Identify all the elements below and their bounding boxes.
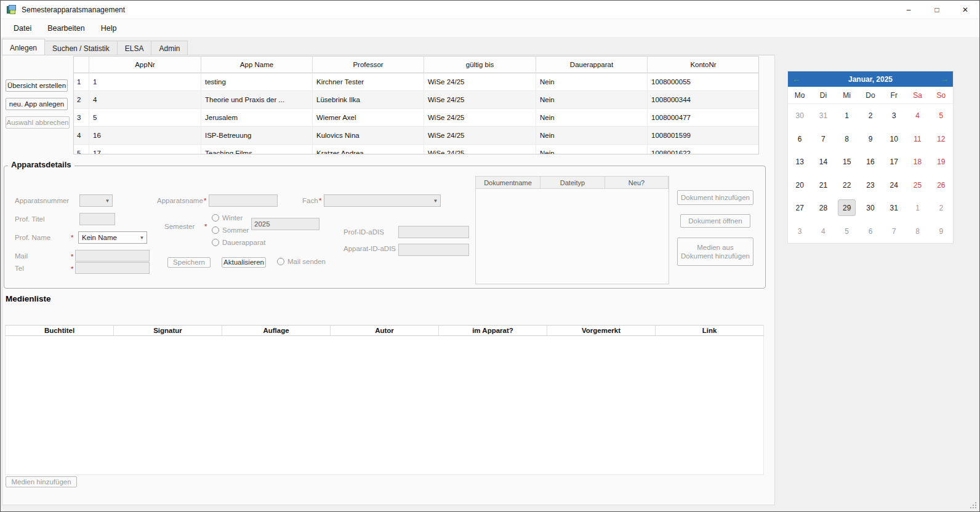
calendar-day[interactable]: 11 bbox=[906, 127, 929, 151]
mail-label: Mail bbox=[15, 252, 28, 260]
speichern-button[interactable]: Speichern bbox=[167, 257, 211, 268]
calendar-day[interactable]: 15 bbox=[835, 150, 859, 174]
apparatsname-input[interactable] bbox=[209, 194, 278, 207]
calendar-day[interactable]: 2 bbox=[930, 196, 953, 220]
cell: Theorie und Praxis der ... bbox=[201, 91, 313, 108]
table-row[interactable]: 24Theorie und Praxis der ...Lüsebrink Il… bbox=[74, 91, 758, 109]
prof-titel-label: Prof. Titel bbox=[15, 215, 45, 223]
calendar-day[interactable]: 31 bbox=[811, 104, 835, 127]
dokument-offnen-button[interactable]: Dokument öffnen bbox=[680, 214, 750, 228]
calendar-day[interactable]: 6 bbox=[788, 127, 811, 151]
calendar-day[interactable]: 13 bbox=[788, 150, 811, 174]
winter-radio-label: Winter bbox=[222, 214, 243, 222]
fach-combobox[interactable]: ▼ bbox=[324, 194, 441, 207]
medien-aus-dokument-hinzufugen-button[interactable]: Medien aus Dokument hinzufügen bbox=[677, 238, 753, 266]
calendar-day[interactable]: 1 bbox=[835, 104, 859, 127]
winter-radio[interactable]: Winter bbox=[212, 214, 243, 222]
menu-item-datei[interactable]: Datei bbox=[6, 20, 39, 36]
calendar-day[interactable]: 31 bbox=[882, 196, 906, 220]
table-row[interactable]: 35JerusalemWiemer AxelWiSe 24/25Nein1008… bbox=[74, 109, 758, 127]
calendar-day-selected[interactable]: 29 bbox=[835, 196, 859, 220]
calendar-day[interactable]: 18 bbox=[906, 150, 929, 174]
neu-app-anlegen-button[interactable]: neu. App anlegen bbox=[6, 98, 68, 110]
prof-id-adis-input[interactable] bbox=[398, 226, 469, 238]
calendar-day[interactable]: 17 bbox=[882, 150, 906, 174]
calendar-day[interactable]: 9 bbox=[930, 220, 953, 243]
calendar-next-month-button[interactable]: → bbox=[939, 74, 950, 84]
apparat-id-adis-label: Apparat-ID-aDIS bbox=[343, 245, 396, 252]
dauerapparat-radio[interactable]: Dauerapparat bbox=[212, 239, 265, 246]
aktualisieren-button[interactable]: Aktualisieren bbox=[222, 257, 266, 268]
tab-anlegen[interactable]: Anlegen bbox=[2, 39, 45, 55]
calendar-day[interactable]: 3 bbox=[788, 220, 811, 243]
calendar-day-number: 4 bbox=[909, 107, 926, 124]
calendar-day[interactable]: 12 bbox=[930, 127, 953, 151]
calendar-day-number: 11 bbox=[909, 130, 926, 147]
menu-item-help[interactable]: Help bbox=[93, 20, 125, 36]
tel-input[interactable] bbox=[75, 262, 150, 274]
calendar-day[interactable]: 20 bbox=[788, 174, 811, 197]
apparatsnummer-combobox[interactable]: ▼ bbox=[79, 194, 113, 207]
calendar-day[interactable]: 14 bbox=[811, 150, 835, 174]
table-row[interactable]: 517Teaching FilmsKratzer AndreaWiSe 24/2… bbox=[74, 145, 758, 154]
tab-admin[interactable]: Admin bbox=[151, 41, 188, 55]
calendar-day[interactable]: 7 bbox=[882, 220, 906, 243]
calendar-day[interactable]: 22 bbox=[835, 174, 859, 197]
calendar-day[interactable]: 24 bbox=[882, 174, 906, 197]
mail-senden-checkbox[interactable]: Mail senden bbox=[277, 258, 326, 265]
calendar-day-number: 6 bbox=[791, 130, 809, 147]
calendar-day[interactable]: 3 bbox=[882, 104, 906, 127]
calendar-prev-month-button[interactable]: ← bbox=[791, 74, 801, 84]
calendar-day[interactable]: 30 bbox=[788, 104, 811, 127]
calendar-day[interactable]: 25 bbox=[906, 174, 929, 197]
cell: 1 bbox=[74, 73, 89, 90]
calendar-day[interactable]: 1 bbox=[906, 196, 929, 220]
calendar-day[interactable]: 28 bbox=[811, 196, 835, 220]
calendar-day[interactable]: 26 bbox=[930, 174, 953, 197]
medien-hinzufuegen-button[interactable]: Medien hinzufügen bbox=[6, 476, 77, 487]
table-row[interactable]: 416ISP-BetreuungKulovics NinaWiSe 24/25N… bbox=[74, 127, 758, 145]
media-table-header: BuchtitelSignaturAuflageAutorim Apparat?… bbox=[5, 325, 764, 336]
calendar-day[interactable]: 9 bbox=[859, 127, 882, 151]
calendar-day[interactable]: 21 bbox=[811, 174, 835, 197]
cell: Nein bbox=[536, 127, 648, 144]
maximize-button[interactable]: □ bbox=[923, 1, 951, 18]
sommer-radio[interactable]: Sommer bbox=[212, 226, 249, 234]
calendar-day-number: 4 bbox=[814, 223, 832, 239]
calendar-day[interactable]: 30 bbox=[859, 196, 882, 220]
prof-titel-input[interactable] bbox=[79, 213, 115, 225]
calendar-day[interactable]: 4 bbox=[906, 104, 929, 127]
calendar-day[interactable]: 4 bbox=[811, 220, 835, 243]
resize-grip-icon[interactable] bbox=[975, 507, 976, 508]
calendar-day[interactable]: 2 bbox=[859, 104, 882, 127]
calendar-day[interactable]: 8 bbox=[835, 127, 859, 151]
ubersicht-erstellen-button[interactable]: Übersicht erstellen bbox=[6, 79, 68, 92]
tab-suchen-statistik[interactable]: Suchen / Statistik bbox=[44, 41, 118, 55]
cell: Nein bbox=[536, 73, 648, 90]
semester-year-input[interactable] bbox=[251, 218, 319, 230]
dokument-hinzufugen-button[interactable]: Dokument hinzufügen bbox=[677, 190, 753, 205]
prof-name-combobox[interactable]: Kein Name ▼ bbox=[78, 231, 147, 244]
calendar-day[interactable]: 19 bbox=[930, 150, 953, 174]
calendar-day[interactable]: 8 bbox=[906, 220, 929, 243]
calendar-day[interactable]: 5 bbox=[930, 104, 953, 127]
mail-input[interactable] bbox=[75, 250, 150, 262]
menu-item-bearbeiten[interactable]: Bearbeiten bbox=[39, 20, 92, 36]
minimize-button[interactable]: – bbox=[894, 1, 923, 18]
calendar-day[interactable]: 5 bbox=[835, 220, 859, 243]
calendar-day[interactable]: 10 bbox=[882, 127, 906, 151]
close-button[interactable]: ✕ bbox=[951, 1, 979, 18]
calendar-dow-di: Di bbox=[811, 87, 835, 103]
calendar-day[interactable]: 27 bbox=[788, 196, 811, 220]
chevron-down-icon: ▼ bbox=[431, 198, 440, 204]
calendar-day[interactable]: 6 bbox=[859, 220, 882, 243]
calendar-day-number: 2 bbox=[932, 199, 950, 216]
calendar-day[interactable]: 7 bbox=[811, 127, 835, 151]
app-table-body: 11testingKirchner TesterWiSe 24/25Nein10… bbox=[74, 73, 758, 154]
calendar-day[interactable]: 16 bbox=[859, 150, 882, 174]
apparat-id-adis-input[interactable] bbox=[398, 244, 469, 256]
table-row[interactable]: 11testingKirchner TesterWiSe 24/25Nein10… bbox=[74, 73, 758, 91]
tab-elsa[interactable]: ELSA bbox=[117, 41, 152, 55]
auswahl-abbrechen-button[interactable]: Auswahl abbrechen bbox=[6, 116, 70, 129]
calendar-day[interactable]: 23 bbox=[859, 174, 882, 197]
